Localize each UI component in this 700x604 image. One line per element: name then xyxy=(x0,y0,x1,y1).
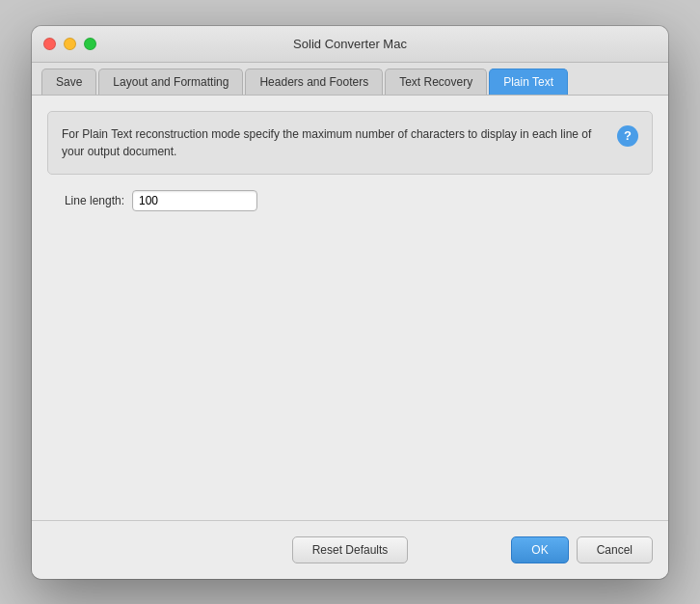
line-length-row: Line length: xyxy=(47,190,653,211)
window-title: Solid Converter Mac xyxy=(293,37,407,51)
line-length-input[interactable] xyxy=(132,190,257,211)
info-text: For Plain Text reconstruction mode speci… xyxy=(62,125,607,160)
tab-plaintext[interactable]: Plain Text xyxy=(489,69,568,95)
tab-bar: Save Layout and Formatting Headers and F… xyxy=(32,63,668,96)
maximize-button[interactable] xyxy=(84,38,96,50)
footer: Reset Defaults OK Cancel xyxy=(32,520,668,579)
tab-headers[interactable]: Headers and Footers xyxy=(245,69,383,95)
line-length-label: Line length: xyxy=(47,194,124,207)
tab-layout[interactable]: Layout and Formatting xyxy=(98,69,243,95)
tab-save[interactable]: Save xyxy=(41,69,96,95)
cancel-button[interactable]: Cancel xyxy=(577,536,653,563)
footer-action-buttons: OK Cancel xyxy=(511,536,653,563)
help-icon[interactable]: ? xyxy=(617,125,638,147)
minimize-button[interactable] xyxy=(64,38,76,50)
titlebar: Solid Converter Mac xyxy=(32,26,668,63)
traffic-lights xyxy=(43,38,96,50)
info-box: For Plain Text reconstruction mode speci… xyxy=(47,111,653,175)
ok-button[interactable]: OK xyxy=(511,536,568,563)
reset-defaults-button[interactable]: Reset Defaults xyxy=(292,536,409,563)
tab-recovery[interactable]: Text Recovery xyxy=(385,69,487,95)
main-window: Solid Converter Mac Save Layout and Form… xyxy=(32,26,668,579)
content-area: For Plain Text reconstruction mode speci… xyxy=(32,96,668,520)
close-button[interactable] xyxy=(43,38,56,50)
